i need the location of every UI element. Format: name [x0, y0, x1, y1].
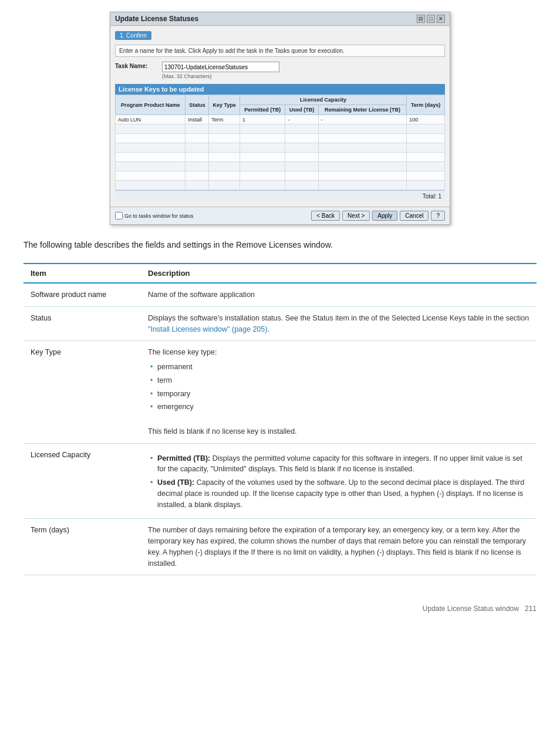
ref-desc-1: Displays the software's installation sta… — [141, 306, 537, 341]
main-description: The following table describes the fields… — [23, 239, 537, 251]
ref-table-row: StatusDisplays the software's installati… — [23, 306, 537, 341]
table-cell-status — [185, 171, 209, 181]
table-cell-used — [285, 134, 318, 143]
table-cell-permitted — [240, 171, 285, 181]
table-cell-product — [116, 162, 185, 171]
table-cell-used — [285, 153, 318, 162]
total-value: 1 — [438, 193, 441, 200]
table-cell-status — [185, 162, 209, 171]
ref-desc-2: The license key type:permanenttermtempor… — [141, 341, 537, 443]
table-cell-term — [407, 143, 445, 153]
task-inputs: (Max. 32 Characters) — [162, 62, 279, 79]
table-cell-status — [185, 124, 209, 134]
list-item: permanent — [148, 362, 529, 373]
th-remaining: Remaining Meter License (TB) — [318, 105, 407, 115]
apply-button[interactable]: Apply — [372, 211, 397, 221]
table-cell-remaining — [318, 181, 407, 190]
th-used: Used (TB) — [285, 105, 318, 115]
table-cell-used — [285, 162, 318, 171]
goto-tasks-label[interactable]: Go to tasks window for status — [115, 212, 194, 220]
dialog-title: Update License Statuses — [115, 15, 198, 23]
table-cell-term — [407, 134, 445, 143]
titlebar-controls[interactable]: ⊟ □ ✕ — [417, 15, 445, 23]
install-licenses-link[interactable]: "Install Licenses window" (page 205). — [148, 325, 269, 333]
table-cell-term — [407, 181, 445, 190]
table-cell-remaining — [318, 134, 407, 143]
table-cell-used — [285, 124, 318, 134]
total-label: Total: — [423, 193, 437, 200]
table-row — [116, 143, 445, 153]
list-item: term — [148, 375, 529, 386]
dialog-body: 1. Confirm Enter a name for the task. Cl… — [110, 26, 450, 207]
ref-item-4: Term (days) — [23, 519, 141, 575]
table-row — [116, 181, 445, 190]
minimize-icon[interactable]: ⊟ — [417, 15, 425, 23]
task-name-input[interactable] — [162, 62, 279, 72]
maximize-icon[interactable]: □ — [427, 15, 435, 23]
table-cell-key_type — [209, 153, 240, 162]
table-cell-key_type — [209, 162, 240, 171]
table-cell-product — [116, 143, 185, 153]
back-button[interactable]: < Back — [311, 211, 340, 221]
ref-item-2: Key Type — [23, 341, 141, 443]
list-item: Permitted (TB): Displays the permitted v… — [148, 453, 529, 475]
dialog-wrapper: Update License Statuses ⊟ □ ✕ 1. Confirm… — [23, 12, 537, 225]
next-button[interactable]: Next > — [342, 211, 370, 221]
table-cell-product — [116, 134, 185, 143]
goto-tasks-checkbox[interactable] — [115, 212, 123, 220]
table-cell-status — [185, 153, 209, 162]
table-cell-term — [407, 162, 445, 171]
table-cell-permitted: 1 — [240, 115, 285, 124]
table-cell-term: 100 — [407, 115, 445, 124]
ref-col-description: Description — [141, 264, 537, 283]
ref-desc-0: Name of the software application — [141, 283, 537, 306]
table-cell-key_type — [209, 143, 240, 153]
table-row — [116, 134, 445, 143]
reference-table: Item Description Software product nameNa… — [23, 263, 537, 575]
total-row: Total: 1 — [115, 190, 445, 202]
table-cell-used — [285, 143, 318, 153]
table-cell-used — [285, 181, 318, 190]
table-row: Auto LUNInstallTerm1--100 — [116, 115, 445, 124]
license-keys-header: License Keys to be updated — [115, 84, 445, 94]
table-cell-key_type — [209, 171, 240, 181]
th-key-type: Key Type — [209, 95, 240, 115]
page-footer-text: Update License Status window — [423, 605, 519, 613]
ref-table-row: Licensed CapacityPermitted (TB): Display… — [23, 443, 537, 519]
table-cell-status: Install — [185, 115, 209, 124]
task-hint: (Max. 32 Characters) — [162, 73, 279, 79]
table-cell-term — [407, 124, 445, 134]
ref-item-0: Software product name — [23, 283, 141, 306]
th-term: Term (days) — [407, 95, 445, 115]
task-name-row: Task Name: (Max. 32 Characters) — [115, 62, 445, 79]
ref-table-row: Software product nameName of the softwar… — [23, 283, 537, 306]
table-cell-product — [116, 153, 185, 162]
table-cell-key_type: Term — [209, 115, 240, 124]
list-item: emergency — [148, 401, 529, 413]
table-cell-permitted — [240, 143, 285, 153]
cancel-button[interactable]: Cancel — [400, 211, 429, 221]
table-cell-used: - — [285, 115, 318, 124]
help-button[interactable]: ? — [431, 211, 445, 221]
close-icon[interactable]: ✕ — [437, 15, 445, 23]
page-footer: Update License Status window 211 — [23, 593, 537, 613]
table-cell-key_type — [209, 181, 240, 190]
th-program-product: Program Product Name — [116, 95, 185, 115]
ref-col-item: Item — [23, 264, 141, 283]
license-table: Program Product Name Status Key Type Lic… — [115, 94, 445, 190]
step-tab[interactable]: 1. Confirm — [115, 31, 151, 40]
ref-desc-3: Permitted (TB): Displays the permitted v… — [141, 443, 537, 519]
ref-desc-4: The number of days remaining before the … — [141, 519, 537, 575]
table-cell-permitted — [240, 134, 285, 143]
task-name-label: Task Name: — [115, 62, 162, 69]
table-cell-remaining — [318, 162, 407, 171]
list-item: Used (TB): Capacity of the volumes used … — [148, 477, 529, 510]
table-cell-remaining — [318, 124, 407, 134]
table-cell-product — [116, 124, 185, 134]
table-row — [116, 153, 445, 162]
goto-tasks-text: Go to tasks window for status — [124, 213, 194, 219]
table-cell-permitted — [240, 162, 285, 171]
th-permitted: Permitted (TB) — [240, 105, 285, 115]
table-cell-permitted — [240, 181, 285, 190]
ref-item-1: Status — [23, 306, 141, 341]
